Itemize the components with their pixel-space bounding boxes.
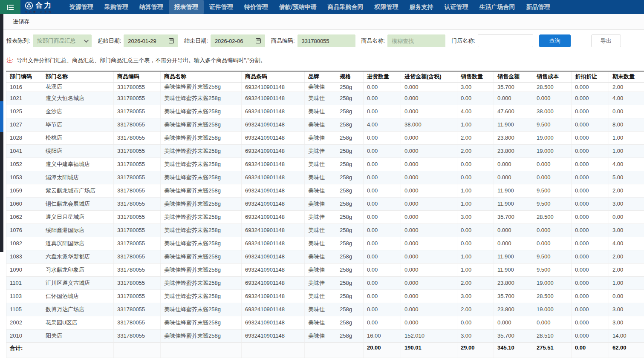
table-cell: 1083: [6, 250, 42, 263]
column-header: 部门名称: [42, 71, 114, 82]
table-cell: 美味佳: [305, 276, 336, 289]
table-row[interactable]: 1021遵义大恒名城店331780055美味佳蜂蜜芥末酱258g69324109…: [6, 92, 644, 105]
column-header: 商品编码: [114, 71, 161, 82]
nav-item[interactable]: 权限管理: [369, 0, 404, 14]
table-row[interactable]: 2002花果园U区店331780055美味佳蜂蜜芥末酱258g693241090…: [6, 316, 644, 329]
nav-item[interactable]: 证件管理: [204, 0, 239, 14]
start-date-input[interactable]: 2026-01-29: [124, 34, 178, 47]
table-cell: 0.00: [609, 210, 644, 224]
table-row[interactable]: 1053湄潭太阳城店331780055美味佳蜂蜜芥末酱258g693241090…: [6, 171, 644, 184]
table-cell: 0.00: [457, 224, 494, 237]
product-name-input[interactable]: [392, 38, 441, 44]
table-cell: 美味佳: [305, 184, 336, 197]
table-row[interactable]: 2010阳关店331780055美味佳蜂蜜芥末酱258g693241090114…: [6, 329, 644, 342]
table-cell: 331780055: [114, 263, 161, 276]
table-cell: 0.000: [572, 210, 609, 224]
nav-item[interactable]: 认证管理: [439, 0, 474, 14]
nav-item[interactable]: 采购管理: [99, 0, 134, 14]
table-cell: 6932410901148: [242, 184, 305, 197]
table-row[interactable]: 1016花溪店331780055美味佳蜂蜜芥末酱258g693241090114…: [6, 82, 644, 92]
table-row[interactable]: 1027毕节店331780055美味佳蜂蜜芥末酱258g693241090114…: [6, 118, 644, 131]
table-cell: 合计:: [6, 342, 42, 358]
report-type-select[interactable]: 按部门商品汇总: [33, 34, 92, 47]
table-cell: 0.000: [494, 224, 533, 237]
sidebar-scroll-thumb[interactable]: [0, 101, 3, 132]
table-cell: 0.00: [364, 171, 401, 184]
table-row[interactable]: 1076绥阳鑫港国际店331780055美味佳蜂蜜芥末酱258g69324109…: [6, 224, 644, 237]
table-cell: 习水麒龙印象店: [42, 263, 114, 276]
nav-item[interactable]: 报表管理: [169, 0, 204, 14]
table-cell: 0.000: [494, 237, 533, 250]
table-cell: 2.00: [457, 131, 494, 144]
collapsed-sidebar[interactable]: [0, 14, 3, 252]
table-cell: 331780055: [114, 316, 161, 329]
table-row[interactable]: 1059紫云麒龙城市广场店331780055美味佳蜂蜜芥末酱258g693241…: [6, 184, 644, 197]
table-row[interactable]: 1028松桃店331780055美味佳蜂蜜芥末酱258g693241090114…: [6, 131, 644, 144]
table-cell: 0.000: [401, 171, 457, 184]
table-cell: 0.000: [533, 316, 572, 329]
table-cell: 3.00: [457, 210, 494, 224]
table-cell: 花溪店: [42, 82, 114, 92]
table-cell: 331780055: [114, 144, 161, 158]
nav-item[interactable]: 借款/预结申请: [274, 0, 322, 14]
table-cell: 0.000: [572, 250, 609, 263]
table-cell: 1027: [6, 118, 42, 131]
table-cell: 美味佳蜂蜜芥末酱258g: [161, 329, 242, 342]
table-cell: 258g: [336, 224, 364, 237]
nav-item[interactable]: 服务支持: [404, 0, 439, 14]
table-row[interactable]: 1062遵义日月星城店331780055美味佳蜂蜜芥末酱258g69324109…: [6, 210, 644, 224]
nav-item[interactable]: 商品采购合同: [322, 0, 369, 14]
table-cell: 美味佳蜂蜜芥末酱258g: [161, 118, 242, 131]
table-cell: 331780055: [114, 184, 161, 197]
nav-item[interactable]: 特价管理: [239, 0, 274, 14]
table-cell: 美味佳: [305, 329, 336, 342]
table-row[interactable]: 1105数博万达广场店331780055美味佳蜂蜜芥末酱258g69324109…: [6, 303, 644, 316]
table-cell: 1090: [6, 263, 42, 276]
nav-item[interactable]: 结算管理: [134, 0, 169, 14]
table-cell: 19.000: [533, 276, 572, 289]
table-row[interactable]: 1025金沙店331780055美味佳蜂蜜芥末酱258g693241090114…: [6, 105, 644, 118]
table-cell: 1059: [6, 184, 42, 197]
store-name-input[interactable]: [478, 34, 533, 47]
nav-item[interactable]: 资源管理: [64, 0, 99, 14]
table-cell: 1.00: [609, 131, 644, 144]
table-cell: 258g: [336, 82, 364, 92]
table-cell: 6932410901148: [242, 197, 305, 210]
table-cell: 2002: [6, 316, 42, 329]
table-cell: 0.000: [572, 303, 609, 316]
totals-row[interactable]: 合计:20.00190.0129.00345.10275.510.0062.00: [6, 342, 644, 358]
table-row[interactable]: 1082道真滨阳国际店331780055美味佳蜂蜜芥末酱258g69324109…: [6, 237, 644, 250]
query-button[interactable]: 查询: [539, 34, 571, 47]
table-cell: 美味佳蜂蜜芥末酱258g: [161, 171, 242, 184]
end-date-value: 2026-02-06: [215, 38, 243, 44]
tab-jinxiaocun[interactable]: 进销存: [13, 18, 29, 26]
column-header: 折扣折让: [572, 71, 609, 82]
table-row[interactable]: 1101汇川区遵义古城店331780055美味佳蜂蜜芥末酱258g6932410…: [6, 276, 644, 289]
table-cell: 金沙店: [42, 105, 114, 118]
table-row[interactable]: 1083六盘水派华新都店331780055美味佳蜂蜜芥末酱258g6932410…: [6, 250, 644, 263]
nav-item[interactable]: 生活广场合同: [474, 0, 521, 14]
table-cell: 6932410901148: [242, 250, 305, 263]
table-cell: 仁怀国酒城店: [42, 289, 114, 303]
table-cell: 3.00: [457, 329, 494, 342]
nav-item[interactable]: 新品管理: [521, 0, 556, 14]
menu-toggle-button[interactable]: [0, 0, 20, 14]
table-cell: 6932410901148: [242, 158, 305, 171]
end-date-input[interactable]: 2026-02-06: [211, 34, 265, 47]
product-code-input[interactable]: [302, 38, 351, 44]
table-cell: 8.00: [609, 118, 644, 131]
table-cell: 1025: [6, 105, 42, 118]
table-row[interactable]: 1041绥阳店331780055美味佳蜂蜜芥末酱258g693241090114…: [6, 144, 644, 158]
table-cell: 258g: [336, 144, 364, 158]
table-cell: 美味佳: [305, 82, 336, 92]
table-row[interactable]: 1090习水麒龙印象店331780055美味佳蜂蜜芥末酱258g69324109…: [6, 263, 644, 276]
table-cell: 258g: [336, 158, 364, 171]
table-cell: 6932410901148: [242, 171, 305, 184]
column-header: 销售数量: [457, 71, 494, 82]
table-cell: [242, 342, 305, 358]
table-row[interactable]: 1103仁怀国酒城店331780055美味佳蜂蜜芥末酱258g693241090…: [6, 289, 644, 303]
table-row[interactable]: 1052遵义中建幸福城店331780055美味佳蜂蜜芥末酱258g6932410…: [6, 158, 644, 171]
export-button[interactable]: 导出: [591, 34, 621, 47]
table-row[interactable]: 1060铜仁麒龙会展城店331780055美味佳蜂蜜芥末酱258g6932410…: [6, 197, 644, 210]
column-header: 销售成本: [533, 71, 572, 82]
